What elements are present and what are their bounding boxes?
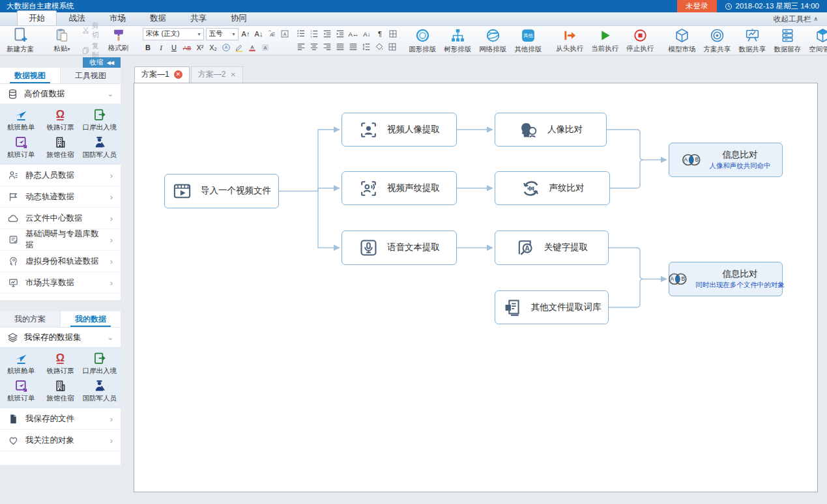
model-market-button[interactable]: 模型市场 (664, 27, 699, 53)
cut-button[interactable]: 剪切 (81, 21, 99, 40)
flow-node-voiceprint-compare[interactable]: 声纹比对 (495, 171, 610, 205)
dataset-航班订单[interactable]: 航班订单 (1, 378, 40, 406)
dataset-旅馆住宿[interactable]: 旅馆住宿 (40, 134, 80, 162)
list-item-动态轨迹数据[interactable]: 动态轨迹数据› (0, 186, 121, 208)
format-painter-button[interactable]: 格式刷 (101, 28, 136, 53)
borders-button[interactable] (387, 42, 398, 53)
italic-button[interactable]: I (156, 42, 167, 53)
text-highlight-button[interactable] (234, 42, 245, 53)
list-item-市场共享数据[interactable]: 市场共享数据› (0, 272, 121, 294)
ribbon-tab-协同[interactable]: 协同 (219, 10, 259, 25)
subscript-button[interactable]: X₂ (208, 42, 219, 53)
plan-tab-方案—2[interactable]: 方案—2✕ (191, 66, 243, 83)
plan-share-button[interactable]: 方案共享 (699, 27, 734, 53)
superscript-button[interactable]: X² (195, 42, 206, 53)
align-center-button[interactable] (309, 42, 320, 53)
flow-node-info-compare-2[interactable]: AB信息比对同时出现在多个文件中的对象 (669, 262, 783, 296)
flight-order-icon (14, 379, 28, 393)
ribbon-tab-数据[interactable]: 数据 (138, 10, 178, 25)
section-high-value-data[interactable]: 高价值数据 ⌄ (0, 84, 121, 104)
dataset-口岸出入境[interactable]: 口岸出入境 (80, 350, 119, 378)
align-right-button[interactable] (322, 42, 333, 53)
sidebar-tab-我的数据[interactable]: 我的数据 (61, 311, 121, 327)
ribbon-tab-共享[interactable]: 共享 (179, 10, 218, 25)
node-label: 其他文件提取词库 (531, 302, 602, 313)
other-layout-button[interactable]: 其他其他排版 (510, 27, 545, 53)
list-item-我关注的对象[interactable]: 我关注的对象› (0, 430, 121, 451)
dataset-航班订单[interactable]: 航班订单 (1, 134, 40, 162)
collapse-toolbar-button[interactable]: 收起工具栏 ∧ (774, 14, 818, 24)
bold-button[interactable]: B (143, 42, 154, 53)
decrease-indent-button[interactable] (322, 29, 333, 40)
data-share-button[interactable]: 数据共享 (734, 27, 770, 53)
flow-node-speech-text[interactable]: 语音文本提取 (341, 231, 457, 265)
show-marks-button[interactable]: ¶ (374, 29, 385, 40)
list-item-云文件中心数据[interactable]: 云文件中心数据› (0, 208, 121, 229)
underline-button[interactable]: U (169, 42, 180, 53)
dataset-口岸出入境[interactable]: 口岸出入境 (80, 106, 119, 134)
sidebar-tab-工具视图[interactable]: 工具视图 (61, 68, 121, 83)
dataset-航班舱单[interactable]: 航班舱单 (1, 350, 40, 378)
shading-button[interactable] (374, 42, 385, 53)
font-color-button[interactable]: A (247, 42, 258, 53)
dataset-铁路订票[interactable]: Ω铁路订票 (40, 106, 80, 134)
justify-button[interactable] (335, 42, 346, 53)
grow-font-button[interactable]: A↑ (240, 29, 252, 40)
dataset-航班舱单[interactable]: 航班舱单 (1, 106, 40, 134)
dataset-国防军人员[interactable]: 国防军人员 (80, 134, 119, 162)
stop-run-button[interactable]: 停止执行 (622, 27, 658, 53)
flow-node-face-extract[interactable]: 视频人像提取 (341, 113, 457, 147)
data-retain-button[interactable]: 数据留存 (770, 27, 805, 53)
section-saved-datasets[interactable]: 我保存的数据集 ⌄ (0, 328, 121, 348)
flow-node-info-compare-1[interactable]: AB信息比对人像和声纹共同命中 (669, 143, 783, 177)
collapse-sidebar-button[interactable]: 收缩 ◀◀ (83, 57, 121, 68)
strikethrough-button[interactable]: AB (182, 42, 193, 53)
numbered-list-button[interactable]: 123 (309, 29, 320, 40)
login-status-badge[interactable]: 未登录 (677, 0, 717, 12)
sidebar-tab-我的方案[interactable]: 我的方案 (0, 311, 61, 327)
sidebar-tab-数据视图[interactable]: 数据视图 (0, 68, 61, 83)
paste-button[interactable]: 粘贴▾ (44, 27, 80, 53)
enclose-character-button[interactable]: A (221, 42, 232, 53)
flow-node-voice-extract[interactable]: 视频声纹提取 (341, 171, 457, 205)
line-spacing-button[interactable] (361, 42, 372, 53)
character-shading-button[interactable]: A (260, 42, 271, 53)
character-scale-button[interactable]: A↔ (348, 29, 360, 40)
run-current-button[interactable]: 当前执行 (587, 27, 622, 53)
close-tab-icon[interactable]: ✕ (230, 71, 235, 78)
character-border-button[interactable]: A (280, 29, 291, 40)
sort-button[interactable]: A↓ (361, 29, 372, 40)
mic-icon (358, 238, 379, 258)
flow-node-keyword-extract[interactable]: A关键字提取 (495, 231, 609, 265)
net-layout-button[interactable]: 网络排版 (475, 27, 510, 53)
increase-indent-button[interactable] (335, 29, 346, 40)
circle-layout-button[interactable]: 圆形排版 (405, 27, 440, 53)
run-from-start-button[interactable]: 从头执行 (552, 27, 587, 53)
table-button[interactable] (387, 29, 398, 40)
list-item-基础调研与专题库数据[interactable]: 基础调研与专题库数据› (0, 229, 121, 251)
flow-node-doc-words[interactable]: 其他文件提取词库 (495, 290, 609, 324)
font-size-select[interactable]: 五号▾ (206, 28, 239, 40)
distribute-button[interactable] (348, 42, 359, 53)
ribbon-tab-市场[interactable]: 市场 (98, 10, 138, 25)
dataset-铁路订票[interactable]: Ω铁路订票 (40, 350, 80, 378)
modeling-canvas[interactable]: 导入一个视频文件视频人像提取人像比对AB信息比对人像和声纹共同命中视频声纹提取声… (134, 83, 818, 492)
new-plan-button[interactable]: 新建方案 (3, 27, 38, 53)
bullet-list-button[interactable] (296, 29, 307, 40)
tree-layout-button[interactable]: 树形排版 (440, 27, 475, 53)
ribbon-tab-开始[interactable]: 开始 (17, 10, 57, 25)
align-left-button[interactable] (296, 42, 307, 53)
list-item-我保存的文件[interactable]: 我保存的文件› (0, 408, 121, 430)
dataset-国防军人员[interactable]: 国防军人员 (80, 378, 119, 406)
dataset-旅馆住宿[interactable]: 旅馆住宿 (40, 378, 80, 406)
plan-tab-方案—1[interactable]: 方案—1✕ (134, 66, 190, 83)
phonetic-guide-button[interactable]: A (267, 29, 278, 40)
close-tab-icon[interactable]: ✕ (174, 70, 182, 79)
list-item-虚拟身份和轨迹数据[interactable]: 虚拟身份和轨迹数据› (0, 251, 121, 272)
font-family-select[interactable]: 宋体 (正文)▾ (143, 28, 204, 40)
list-item-静态人员数据[interactable]: 静态人员数据› (0, 165, 121, 186)
shrink-font-button[interactable]: A↓ (254, 29, 265, 40)
space-manage-button[interactable]: 空间管理 (805, 27, 827, 53)
flow-node-face-compare[interactable]: 人像比对 (495, 113, 607, 147)
flow-node-import-video[interactable]: 导入一个视频文件 (164, 174, 279, 208)
